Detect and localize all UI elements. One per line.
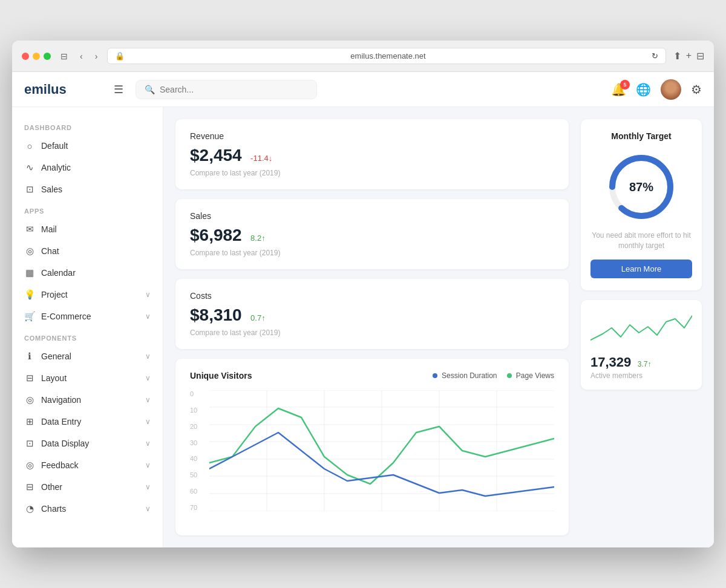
- data-entry-icon: ⊞: [24, 416, 35, 427]
- main-body: DASHBOARD ○ Default ∿ Analytic ⊡ Sales A…: [12, 107, 714, 547]
- line-chart-svg: [209, 390, 554, 511]
- browser-chrome: ⊟ ‹ › 🔒 emilus.themenate.net ↻ ⬆ + ⊟: [12, 41, 714, 72]
- chevron-down-icon: ∨: [145, 461, 151, 469]
- target-description: You need abit more effort to hit monthly…: [590, 230, 692, 251]
- sidebar-item-default[interactable]: ○ Default: [12, 135, 163, 157]
- sidebar-item-data-entry[interactable]: ⊞ Data Entry ∨: [12, 411, 163, 433]
- chevron-down-icon: ∨: [145, 417, 151, 426]
- sidebar-item-navigation[interactable]: ◎ Navigation ∨: [12, 389, 163, 411]
- notifications-button[interactable]: 🔔 5: [611, 82, 626, 97]
- costs-change: 0.7↑: [250, 313, 266, 322]
- chevron-down-icon: ∨: [145, 396, 151, 404]
- costs-compare: Compare to last year (2019): [190, 328, 554, 337]
- chart-area: 70 60 50 40 30 20 10 0: [190, 390, 554, 523]
- sidebar-item-label: Feedback: [41, 460, 139, 470]
- content-left: Revenue $2,454 -11.4↓ Compare to last ye…: [175, 119, 569, 535]
- share-icon[interactable]: ⬆: [673, 50, 681, 62]
- chart-legend: Session Duration Page Views: [433, 371, 554, 380]
- sidebar-item-label: Calendar: [41, 268, 151, 278]
- sidebar-item-label: Charts: [41, 504, 139, 514]
- chevron-down-icon: ∨: [145, 505, 151, 513]
- close-button[interactable]: [22, 53, 29, 60]
- chevron-down-icon: ∨: [145, 290, 151, 299]
- app-header: emilus ☰ 🔍 🔔 5 🌐 ⚙: [12, 72, 714, 107]
- sidebar-toggle-icon[interactable]: ⊟: [58, 50, 70, 62]
- sidebar-item-project[interactable]: 💡 Project ∨: [12, 284, 163, 305]
- search-input[interactable]: [160, 85, 308, 94]
- forward-button[interactable]: ›: [93, 50, 100, 62]
- sales-change: 8.2↑: [250, 234, 266, 243]
- other-icon: ⊟: [24, 482, 35, 492]
- sidebar-item-label: Chat: [41, 246, 151, 256]
- back-button[interactable]: ‹: [77, 50, 85, 62]
- sidebar-item-sales[interactable]: ⊡ Sales: [12, 178, 163, 200]
- sidebar-item-feedback[interactable]: ◎ Feedback ∨: [12, 454, 163, 476]
- sidebar-item-mail[interactable]: ✉ Mail: [12, 218, 163, 240]
- header-right: 🔔 5 🌐 ⚙: [611, 79, 702, 100]
- sales-compare: Compare to last year (2019): [190, 249, 554, 257]
- settings-button[interactable]: ⚙: [691, 82, 702, 97]
- app-container: emilus ☰ 🔍 🔔 5 🌐 ⚙ DASHBO: [12, 72, 714, 547]
- sidebar-item-charts[interactable]: ◔ Charts ∨: [12, 498, 163, 520]
- components-section-label: COMPONENTS: [12, 327, 163, 345]
- visitors-chart-card: Unique Visitors Session Duration Page Vi…: [175, 359, 569, 535]
- new-tab-icon[interactable]: +: [686, 50, 692, 62]
- maximize-button[interactable]: [44, 53, 51, 60]
- revenue-card: Revenue $2,454 -11.4↓ Compare to last ye…: [175, 119, 569, 189]
- avatar-image: [661, 79, 681, 100]
- browser-window: ⊟ ‹ › 🔒 emilus.themenate.net ↻ ⬆ + ⊟ emi…: [12, 41, 714, 547]
- sales-title: Sales: [190, 211, 554, 221]
- sidebar-item-label: Navigation: [41, 395, 139, 405]
- chat-icon: ◎: [24, 246, 35, 256]
- revenue-change: -11.4↓: [250, 154, 272, 163]
- menu-icon[interactable]: ☰: [111, 80, 126, 99]
- sidebar-item-calendar[interactable]: ▦ Calendar: [12, 262, 163, 284]
- sidebar-item-layout[interactable]: ⊟ Layout ∨: [12, 367, 163, 389]
- sidebar-item-data-display[interactable]: ⊡ Data Display ∨: [12, 433, 163, 454]
- calendar-icon: ▦: [24, 267, 35, 278]
- monthly-target-card: Monthly Target 87% You need abit more ef…: [581, 119, 702, 290]
- chart-plot: [209, 390, 554, 511]
- learn-more-button[interactable]: Learn More: [590, 260, 692, 278]
- analytic-icon: ∿: [24, 162, 35, 173]
- sidebar-item-chat[interactable]: ◎ Chat: [12, 240, 163, 262]
- sidebar-item-ecommerce[interactable]: 🛒 E-Commerce ∨: [12, 305, 163, 327]
- project-icon: 💡: [24, 289, 35, 300]
- general-icon: ℹ: [24, 351, 35, 362]
- reload-icon[interactable]: ↻: [652, 51, 658, 60]
- main-content: Revenue $2,454 -11.4↓ Compare to last ye…: [163, 107, 714, 547]
- sidebar: DASHBOARD ○ Default ∿ Analytic ⊡ Sales A…: [12, 107, 163, 547]
- minimize-button[interactable]: [33, 53, 40, 60]
- active-members-row: 17,329 3.7↑: [590, 354, 692, 370]
- donut-chart: 87%: [605, 151, 678, 223]
- apps-section-label: APPS: [12, 200, 163, 218]
- windows-icon[interactable]: ⊟: [696, 50, 704, 62]
- sidebar-item-label: Data Display: [41, 439, 139, 448]
- session-legend: Session Duration: [433, 371, 497, 380]
- address-bar[interactable]: 🔒 emilus.themenate.net ↻: [107, 48, 666, 64]
- dashboard-section-label: DASHBOARD: [12, 117, 163, 135]
- chart-title: Unique Visitors: [190, 371, 252, 381]
- chevron-down-icon: ∨: [145, 374, 151, 382]
- sidebar-item-analytic[interactable]: ∿ Analytic: [12, 157, 163, 178]
- app-logo: emilus: [24, 82, 97, 97]
- feedback-icon: ◎: [24, 460, 35, 471]
- revenue-compare: Compare to last year (2019): [190, 169, 554, 177]
- sidebar-item-general[interactable]: ℹ General ∨: [12, 345, 163, 367]
- search-bar[interactable]: 🔍: [136, 80, 317, 99]
- avatar[interactable]: [661, 79, 681, 100]
- charts-icon: ◔: [24, 503, 35, 514]
- sidebar-item-label: Mail: [41, 224, 151, 234]
- target-title: Monthly Target: [611, 131, 671, 141]
- donut-label: 87%: [629, 180, 653, 194]
- content-right: Monthly Target 87% You need abit more ef…: [581, 119, 702, 535]
- data-display-icon: ⊡: [24, 438, 35, 449]
- sidebar-item-other[interactable]: ⊟ Other ∨: [12, 476, 163, 498]
- session-dot: [433, 373, 437, 378]
- chevron-down-icon: ∨: [145, 439, 151, 448]
- active-members-value: 17,329: [590, 354, 631, 370]
- language-button[interactable]: 🌐: [636, 82, 651, 97]
- sidebar-item-label: Sales: [41, 185, 151, 194]
- chevron-down-icon: ∨: [145, 312, 151, 321]
- sidebar-item-label: Layout: [41, 373, 139, 383]
